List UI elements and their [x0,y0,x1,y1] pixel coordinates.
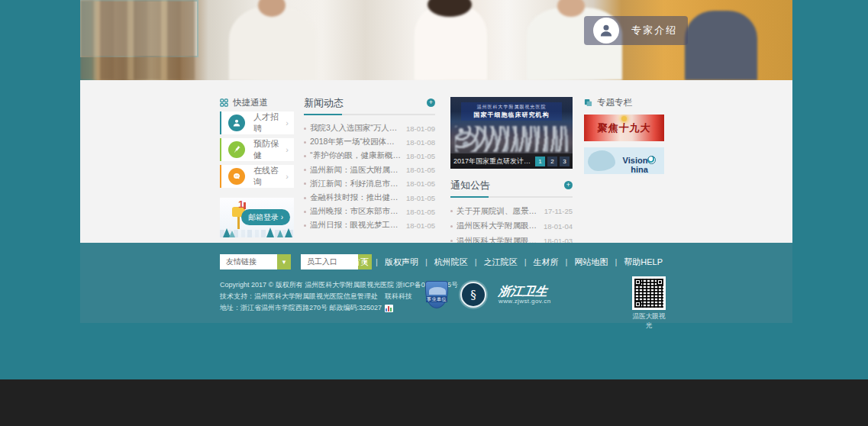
plus-more-icon[interactable]: + [427,98,435,107]
news-title: 新闻动态 [304,96,344,110]
page-background: 专家介绍 快捷通道 人才招聘 › [0,0,868,379]
main-content: 快捷通道 人才招聘 › 预防保健 › [80,80,792,243]
quick-channel-header: 快捷通道 [220,97,294,108]
plus-more-icon[interactable]: + [564,181,573,189]
qr-marker [634,279,641,286]
grid-icon [220,98,228,107]
mail-badge-number: 1 [238,198,244,210]
news-list-item[interactable]: 温州新闻：温医大附属眼视光医院院...18-01-05 [304,163,435,177]
expert-intro-label: 专家介绍 [631,16,677,45]
friend-links-select[interactable]: 友情链接 ▾ [220,254,291,269]
special-banner-vision-china[interactable]: Visionhina [584,147,664,174]
news-list-item[interactable]: 温州日报：眼视光梦工场落户龙湾18-01-05 [304,218,435,232]
bullet-dot [304,155,306,157]
mailbox-icon [237,217,240,229]
qr-marker [657,279,663,286]
quick-item-label: 预防保健 [253,138,286,161]
slideshow-caption[interactable]: 2017年国家重点研发计划项目启动... [453,157,533,166]
hospital-seal-icon[interactable]: § [460,282,486,308]
globe-icon [647,156,656,164]
section-underline [304,114,435,115]
footer-nav-home[interactable]: 首页 [352,257,385,268]
footer-nav-zhijiang[interactable]: 之江院区 [484,257,534,268]
news-list-item[interactable]: “养护你的眼，健康新概念”主题公...18-01-05 [304,149,435,163]
bullet-dot [450,240,453,242]
site-container: 专家介绍 快捷通道 人才招聘 › [80,0,792,323]
special-banner-label: Visionhina [615,156,664,174]
footer-nav-hangzhou[interactable]: 杭州院区 [434,257,484,268]
hero-banner: 专家介绍 [80,0,792,80]
footer-nav: 首页 版权声明 杭州院区 之江院区 生材所 网站地图 帮助HELP [352,257,663,268]
bullet-dot [304,182,306,185]
visitor-counter-icon[interactable] [385,305,393,312]
pager-button-2[interactable]: 2 [547,157,557,166]
public-institution-badge[interactable]: 事业单位 [425,281,448,308]
dropdown-arrow-icon[interactable]: ▾ [277,254,291,269]
bullet-dot [304,127,306,130]
qr-caption: 温医大眼视光 [631,312,666,331]
special-banner-label: 聚焦十九大 [584,121,664,135]
quick-item-label: 在线咨询 [253,165,286,188]
doctor-icon [593,18,619,44]
quick-channel-section: 快捷通道 人才招聘 › 预防保健 › [220,97,294,249]
qr-code[interactable] [632,276,666,310]
china-map-icon [588,150,615,171]
pager-button-3[interactable]: 3 [560,157,570,166]
special-banner-19th-congress[interactable]: 聚焦十九大 [584,115,664,141]
slideshow-photo[interactable]: 温州医科大学附属眼视光医院 国家干细胞临床研究机构 2017年国家重点研发计划项… [450,97,573,169]
bullet-dot [304,197,306,199]
mail-login-banner[interactable]: 1 邮箱登录 › [220,198,294,237]
shield-mountain-decor [429,287,446,295]
quick-item-online-consult[interactable]: 在线咨询 › [220,165,294,188]
mailbox-flag-icon [244,202,246,209]
banner-shelf-decor [80,0,195,80]
news-list-item[interactable]: 金融科技时报：推出健康品质化、科...18-01-05 [304,191,435,205]
banner-person [685,11,757,80]
news-list-item[interactable]: 浙江新闻：利好消息市民请查收！温...18-01-05 [304,177,435,191]
party-emblem-icon [621,116,627,121]
tree-decor [229,231,235,237]
news-section: 新闻动态 + 我院3人入选国家“万人计划”创新...18-01-09 2018年… [304,97,435,249]
pager-button-1[interactable]: 1 [535,157,545,166]
photo-crowd-decor [455,126,568,152]
qr-code-block: 温医大眼视光 [631,276,666,331]
banner-person [229,6,317,80]
zhejiang-health-url: www.zjwst.gov.cn [499,298,551,305]
footer-nav-sitemap[interactable]: 网站地图 [574,257,624,268]
news-list-item[interactable]: 我院3人入选国家“万人计划”创新...18-01-09 [304,121,435,135]
notice-list-item[interactable]: 关于开展院训、愿景、核心价值观征集...17-11-25 [450,204,573,219]
footer: 友情链接 ▾ 员工入口 ▾ 首页 版权声明 杭州院区 之江院区 生材所 网站地图… [80,243,792,323]
zhejiang-health-badge[interactable]: 浙江卫生 www.zjwst.gov.cn [499,285,551,305]
news-list: 我院3人入选国家“万人计划”创新...18-01-09 2018年第一场“校园体… [304,121,435,233]
person-icon [228,115,245,131]
slideshow-caption-bar: 2017年国家重点研发计划项目启动... 1 2 3 [450,153,573,169]
section-underline [450,196,573,198]
special-columns-title: 专题专栏 [597,97,632,108]
footer-nav-biomaterials[interactable]: 生材所 [534,257,575,268]
news-list-item[interactable]: 2018年第一场“校园体验实践活动”...18-01-08 [304,135,435,149]
columns-icon [584,98,592,107]
footer-nav-help[interactable]: 帮助HELP [624,257,663,268]
photo-stage-banner: 温州医科大学附属眼视光医院 国家干细胞临床研究机构 [461,102,562,121]
chevron-right-icon: › [286,172,289,181]
notice-section: 通知公告 + 关于开展院训、愿景、核心价值观征集...17-11-25 温州医科… [450,179,573,249]
notice-list: 关于开展院训、愿景、核心价值观征集...17-11-25 温州医科大学附属眼视光… [450,204,573,249]
bullet-dot [304,169,306,171]
shield-badge-label: 事业单位 [426,296,447,302]
zhejiang-health-name: 浙江卫生 [498,285,552,298]
bullet-dot [450,225,453,228]
tree-decor [266,228,274,237]
notice-list-item[interactable]: 温州医科大学附属眼视光医院关于车辆...18-01-04 [450,219,573,234]
quick-item-recruitment[interactable]: 人才招聘 › [220,111,294,134]
footer-nav-copyright[interactable]: 版权声明 [385,257,434,268]
quick-item-prevention[interactable]: 预防保健 › [220,138,294,161]
bullet-dot [304,211,306,213]
bullet-dot [304,224,306,227]
quick-item-label: 人才招聘 [253,111,286,134]
syringe-icon [228,141,245,158]
news-list-item[interactable]: 温州晚报：市区东部市民可就近看眼...18-01-05 [304,205,435,218]
expert-intro-button[interactable]: 专家介绍 [584,16,688,45]
notice-title: 通知公告 [450,179,490,192]
chevron-right-icon: › [286,145,289,154]
mail-login-button[interactable]: 邮箱登录 › [241,209,290,225]
